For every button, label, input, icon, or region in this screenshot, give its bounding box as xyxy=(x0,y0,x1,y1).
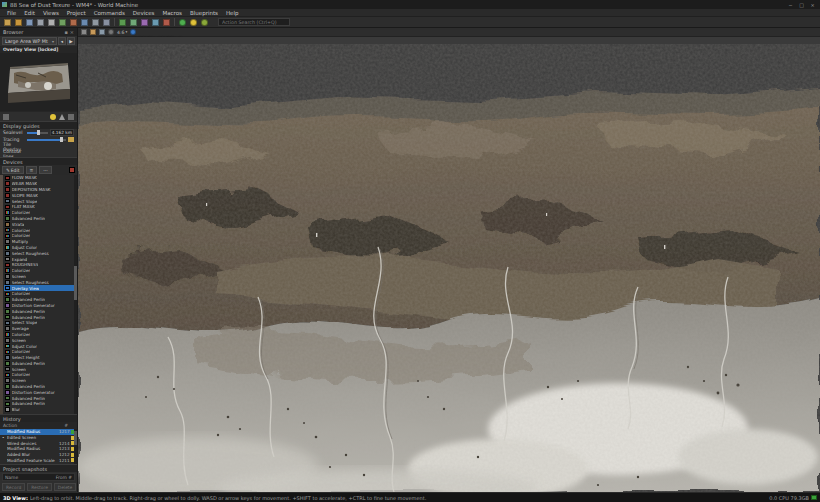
preview-play-button[interactable]: ▶ xyxy=(67,37,75,45)
guide-slider[interactable] xyxy=(27,139,66,141)
close-button[interactable]: × xyxy=(807,1,818,9)
menu-devices[interactable]: Devices xyxy=(129,9,159,17)
mountain-icon[interactable] xyxy=(59,114,65,120)
sun-light-icon[interactable] xyxy=(50,114,56,120)
device-label: Colorizer xyxy=(12,291,31,296)
slider-handle[interactable] xyxy=(60,137,63,142)
terrain-render[interactable] xyxy=(78,37,820,492)
minimize-button[interactable]: ─ xyxy=(785,1,796,9)
measure-scale-icon[interactable] xyxy=(68,114,74,120)
list-view-button[interactable]: ≡ xyxy=(26,166,38,174)
menu-macros[interactable]: Macros xyxy=(158,9,186,17)
screen-icon xyxy=(5,378,10,383)
graph-view-icon[interactable] xyxy=(59,19,66,26)
history-action: Edited Screen xyxy=(7,435,57,440)
devices-title: Devices xyxy=(3,159,23,165)
save-world-icon[interactable] xyxy=(26,19,33,26)
history-action: Wired devices xyxy=(7,441,57,446)
menu-edit[interactable]: Edit xyxy=(20,9,39,17)
antialias-value: 4:6 xyxy=(117,30,124,35)
terrain-thumbnail[interactable] xyxy=(0,53,77,111)
texture-view-icon[interactable] xyxy=(70,19,77,26)
camera-view-icon[interactable] xyxy=(81,29,87,35)
snapshot-restore-button[interactable]: Restore xyxy=(27,483,52,491)
device-label: Blur xyxy=(12,407,20,412)
device-row[interactable]: Blur xyxy=(4,407,77,413)
guide-slider[interactable] xyxy=(27,132,48,134)
mask-icon xyxy=(5,181,10,186)
macro-icon[interactable] xyxy=(141,19,148,26)
edit-mode-button[interactable]: ✎ Edit xyxy=(2,166,24,174)
texture-preview-icon[interactable] xyxy=(90,29,96,35)
mask-icon xyxy=(5,176,10,181)
menu-project[interactable]: Project xyxy=(63,9,90,17)
build-icon[interactable] xyxy=(179,19,186,26)
add-device-icon[interactable] xyxy=(119,19,126,26)
perlin-icon xyxy=(5,297,10,302)
menu-commands[interactable]: Commands xyxy=(90,9,129,17)
device-label: Advanced Perlin xyxy=(12,315,46,320)
device-label: Advanced Perlin xyxy=(12,216,46,221)
panel-close-icon[interactable]: × xyxy=(70,29,74,35)
perlin-icon xyxy=(5,402,10,407)
screen-capture-icon[interactable] xyxy=(152,19,159,26)
build-world-icon[interactable] xyxy=(201,19,208,26)
device-label: Advanced Perlin xyxy=(12,297,46,302)
viewport-3d[interactable]: 4:6▾ Overlay View [locked] (8192 x 8192k… xyxy=(78,28,820,492)
select-icon xyxy=(5,199,10,204)
layout-view-icon[interactable] xyxy=(81,19,88,26)
browser-title: Browser xyxy=(3,29,23,35)
panel-edge-strip xyxy=(0,175,3,414)
display-settings-icon[interactable] xyxy=(3,114,9,120)
split-view-icon[interactable] xyxy=(92,19,99,26)
library-icon[interactable] xyxy=(130,19,137,26)
pin-icon[interactable]: ▪ xyxy=(64,29,67,35)
devices-list: FLOW MASKWEAR MASKDEPOSITION MASKSLOPE M… xyxy=(0,175,77,414)
height-preview-icon[interactable] xyxy=(99,29,105,35)
folder-icon[interactable] xyxy=(68,137,74,142)
grid-view-icon[interactable] xyxy=(103,19,110,26)
more-options-button[interactable]: ⋯ xyxy=(39,166,52,174)
layout-icon[interactable] xyxy=(37,19,44,26)
build-pause-icon[interactable] xyxy=(190,19,197,26)
memory-status-icon xyxy=(811,495,817,500)
colorizer-icon xyxy=(5,350,10,355)
snapshot-record-button[interactable]: Record xyxy=(2,483,25,491)
open-world-icon[interactable] xyxy=(15,19,22,26)
display-guides-panel: Sealevel4.162 kmTracingTile OverlayConto… xyxy=(0,129,77,157)
device-label: Colorizer xyxy=(12,372,31,377)
devices-scrollbar[interactable] xyxy=(74,175,77,414)
device-label: Advanced Perlin xyxy=(12,401,46,406)
wrench-icon[interactable] xyxy=(48,19,55,26)
sphere-view-icon[interactable] xyxy=(108,29,114,35)
device-type-icon[interactable] xyxy=(69,167,75,173)
statusbar-context: 3D View: xyxy=(3,495,28,501)
new-world-icon[interactable] xyxy=(4,19,11,26)
menu-blueprints[interactable]: Blueprints xyxy=(186,9,222,17)
slider-handle[interactable] xyxy=(37,130,40,135)
device-label: Colorizer xyxy=(12,233,31,238)
render-icon[interactable] xyxy=(163,19,170,26)
devices-scroll-thumb[interactable] xyxy=(74,266,77,300)
menu-views[interactable]: Views xyxy=(39,9,63,17)
preset-dropdown[interactable]: Large Area WP Mt ▾ xyxy=(2,37,57,45)
guide-value[interactable]: 4.162 km xyxy=(50,129,74,136)
device-label: Strata xyxy=(12,222,25,227)
action-search-input[interactable] xyxy=(218,18,290,26)
status-bar: 3D View: Left-drag to orbit. Middle-drag… xyxy=(0,492,820,502)
snapshots-title: Project snapshots xyxy=(3,466,47,472)
colorizer-icon xyxy=(5,373,10,378)
history-scrollbar[interactable] xyxy=(74,429,77,464)
maximize-button[interactable]: □ xyxy=(796,1,807,9)
strata-icon xyxy=(5,222,10,227)
menu-file[interactable]: File xyxy=(3,9,20,17)
antialias-dropdown[interactable]: 4:6▾ xyxy=(117,30,127,35)
select-icon xyxy=(5,321,10,326)
history-row[interactable]: Modified Feature Scale1211 xyxy=(0,457,77,463)
mask-icon xyxy=(5,263,10,268)
preset-back-button[interactable]: ◂ xyxy=(58,37,66,45)
menu-help[interactable]: Help xyxy=(222,9,243,17)
history-scroll-thumb[interactable] xyxy=(74,431,77,445)
snapshot-delete-button[interactable]: Delete xyxy=(54,483,76,491)
water-toggle-icon[interactable] xyxy=(130,29,136,35)
